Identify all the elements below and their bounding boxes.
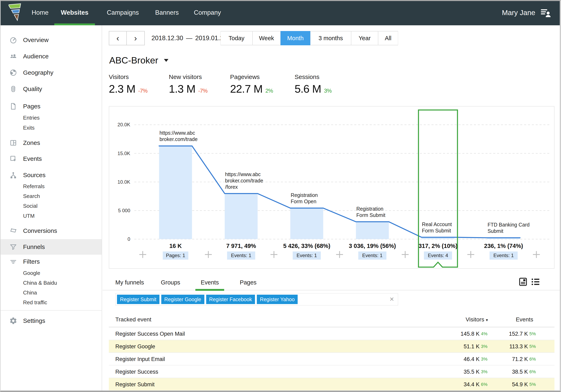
period-week[interactable]: Week: [253, 31, 280, 45]
sidebar-item-sources[interactable]: Sources: [0, 168, 102, 182]
tracked-events-table: Tracked event Visitors▾ Events Register …: [109, 312, 554, 390]
sidebar-item-referrals[interactable]: Referrals: [0, 181, 102, 191]
sidebar-item-overview[interactable]: Overview: [0, 33, 102, 47]
sort-caret-icon: ▾: [486, 318, 488, 322]
sidebar-item-events[interactable]: Events: [0, 152, 102, 166]
tab-events[interactable]: Events: [201, 275, 219, 290]
tab-pages[interactable]: Pages: [240, 275, 256, 290]
primary-nav: Home Websites Campaigns Banners Company: [25, 0, 227, 25]
sidebar-item-google[interactable]: Google: [0, 268, 102, 278]
nav-item-banners[interactable]: Banners: [149, 0, 185, 25]
svg-text:Form Open: Form Open: [291, 199, 316, 204]
stat-delta: 3%: [324, 88, 332, 94]
svg-text:20.0K: 20.0K: [118, 122, 130, 127]
column-visitors-sort[interactable]: Visitors▾: [466, 312, 488, 327]
funnel-chart[interactable]: 05 00010.0K15.0K20.0Khttps://www.abcbrok…: [109, 106, 554, 268]
svg-text:5 000: 5 000: [118, 208, 130, 213]
table-header: Tracked event Visitors▾ Events: [109, 312, 554, 327]
user-menu[interactable]: Mary Jane: [502, 0, 551, 25]
svg-text:https://www.abc: https://www.abc: [160, 130, 195, 136]
period-all[interactable]: All: [378, 31, 398, 45]
clear-filter-icon[interactable]: ✕: [389, 293, 394, 305]
svg-text:Events: 1: Events: 1: [362, 253, 382, 258]
chevron-down-icon: [164, 59, 168, 62]
svg-text:Events: 1: Events: 1: [297, 253, 317, 258]
svg-text:3 036, 19% (56%): 3 036, 19% (56%): [349, 243, 396, 249]
svg-text:7 971, 49%: 7 971, 49%: [226, 243, 256, 249]
sidebar-item-red-traffic[interactable]: Red traffic: [0, 297, 102, 307]
svg-text:Submit: Submit: [487, 228, 503, 234]
sidebar-item-quality[interactable]: Quality: [0, 82, 102, 96]
conversion-icon: [9, 227, 17, 235]
stat-value: 1.3 M: [169, 83, 195, 95]
sidebar-item-settings[interactable]: Settings: [0, 314, 102, 328]
funnel-tabs: My funnels Groups Events Pages: [102, 275, 561, 290]
sidebar-item-china[interactable]: China: [0, 288, 102, 297]
sidebar-item-zones[interactable]: Zones: [0, 136, 102, 150]
nav-item-company[interactable]: Company: [188, 0, 227, 25]
period-year[interactable]: Year: [351, 31, 378, 45]
chip-register-google[interactable]: Register Google: [161, 295, 204, 304]
table-row[interactable]: Register Google 51.1 K3% 113.3 K5%: [109, 340, 554, 352]
svg-text:Real Account: Real Account: [422, 222, 452, 227]
stat-visitors: Visitors 2.3 M -7%: [109, 74, 147, 95]
sidebar-item-utm[interactable]: UTM: [0, 211, 102, 221]
stat-value: 2.3 M: [109, 83, 135, 95]
svg-text:Pages: 1: Pages: 1: [166, 253, 185, 258]
nav-item-campaigns[interactable]: Campaigns: [101, 0, 145, 25]
people-icon: [9, 52, 17, 60]
report-export-icon[interactable]: [518, 277, 528, 287]
svg-text:broker.com/trade: broker.com/trade: [160, 136, 198, 142]
svg-text:236, 1% (74%): 236, 1% (74%): [484, 243, 523, 249]
chip-register-submit[interactable]: Register Submit: [117, 295, 160, 304]
tab-my-funnels[interactable]: My funnels: [115, 275, 144, 290]
table-row[interactable]: Register Success 35.5 K3% 38.5 K6%: [109, 365, 554, 378]
svg-text:Events: 1: Events: 1: [493, 253, 514, 258]
nav-item-home[interactable]: Home: [25, 0, 55, 25]
click-icon: [9, 155, 17, 163]
period-3-months[interactable]: 3 months: [310, 31, 351, 45]
table-row[interactable]: Register Submit 34.4 K6% 54.9 K5%: [109, 378, 554, 390]
finteza-funnel-logo[interactable]: [9, 2, 23, 22]
sidebar-item-entries[interactable]: Entries: [0, 113, 102, 123]
hub-icon: [9, 171, 17, 179]
globe-icon: [9, 69, 17, 77]
chip-register-yahoo[interactable]: Register Yahoo: [257, 295, 298, 304]
sidebar-item-funnels[interactable]: Funnels: [0, 239, 102, 255]
prev-period-button[interactable]: ‹: [109, 32, 127, 45]
column-events: Events: [516, 312, 533, 327]
date-start: 2018.12.30: [151, 34, 183, 42]
sidebar-item-exits[interactable]: Exits: [0, 123, 102, 133]
sidebar-item-social[interactable]: Social: [0, 201, 102, 211]
stat-new-visitors: New visitors 1.3 M -7%: [169, 74, 207, 95]
sidebar-item-geography[interactable]: Geography: [0, 66, 102, 80]
sidebar-item-audience[interactable]: Audience: [0, 49, 102, 63]
chip-register-facebook[interactable]: Register Facebook: [206, 295, 255, 304]
svg-text:Events: 4: Events: 4: [428, 253, 448, 258]
next-period-button[interactable]: ›: [127, 32, 144, 45]
site-selector[interactable]: ABC-Broker: [109, 55, 168, 66]
svg-text:/forex: /forex: [225, 184, 238, 190]
svg-text:Events: 1: Events: 1: [231, 253, 251, 258]
sidebar-item-china-baidu[interactable]: China & Baidu: [0, 278, 102, 288]
sidebar: Overview Audience Geography Quality: [0, 25, 102, 392]
sidebar-item-filters[interactable]: Filters: [0, 255, 102, 269]
sidebar-item-search[interactable]: Search: [0, 191, 102, 201]
period-month[interactable]: Month: [280, 31, 310, 45]
top-nav-bar: Home Websites Campaigns Banners Company …: [0, 0, 561, 25]
table-row[interactable]: Register Success Open Mail 145.8 K4% 152…: [109, 327, 554, 340]
period-today[interactable]: Today: [220, 31, 253, 45]
list-view-icon[interactable]: [530, 277, 540, 287]
sidebar-item-pages[interactable]: Pages: [0, 99, 102, 113]
tab-groups[interactable]: Groups: [161, 275, 180, 290]
stat-delta: -7%: [138, 88, 147, 94]
svg-text:Form Submit: Form Submit: [422, 228, 451, 233]
event-filter-input[interactable]: Register Submit Register Google Register…: [115, 293, 398, 306]
nav-item-websites[interactable]: Websites: [55, 0, 95, 25]
sidebar-item-conversions[interactable]: Conversions: [0, 224, 102, 238]
period-buttons: Today Week Month 3 months Year All: [220, 31, 398, 45]
date-nav-group: ‹ ›: [109, 31, 145, 45]
svg-text:https://www.abc: https://www.abc: [225, 171, 261, 177]
svg-text:0: 0: [128, 236, 130, 242]
table-row[interactable]: Register Input Email 46.4 K3% 71.2 K6%: [109, 352, 554, 365]
